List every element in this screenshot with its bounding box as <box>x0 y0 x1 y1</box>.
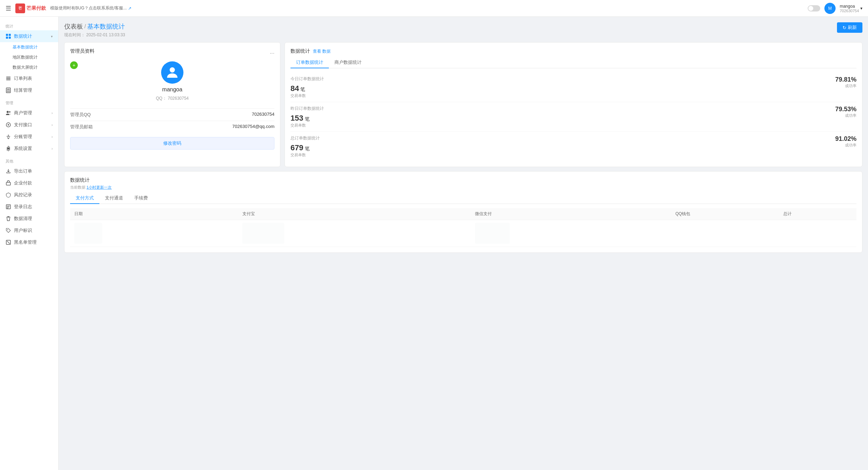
sidebar-item-label-risk-log: 风控记录 <box>14 192 32 198</box>
svg-rect-12 <box>7 91 8 92</box>
topbar-notice: 模版使用时有BUG？点击联系系统/客服... ↗ <box>50 5 803 11</box>
svg-rect-0 <box>6 34 8 36</box>
user-id: 702630754 <box>840 9 859 13</box>
svg-rect-11 <box>9 90 10 91</box>
username: mangoa <box>840 4 859 9</box>
data-tab-payment-channel[interactable]: 支付通道 <box>99 193 129 204</box>
data-table-body <box>70 220 856 247</box>
sidebar-item-label-merchant: 商户管理 <box>14 110 32 116</box>
cleanup-icon <box>6 216 11 221</box>
admin-email-field-label: 管理员邮箱 <box>70 124 93 130</box>
arrow-icon-3: › <box>52 135 53 139</box>
svg-rect-21 <box>7 206 10 206</box>
sidebar-sub-stats: 基本数据统计 地区数据统计 数据大屏统计 <box>0 42 58 73</box>
data-stats-title: 数据统计 <box>70 177 90 183</box>
sidebar-section-other: 其他 <box>0 154 58 165</box>
user-group-icon <box>6 110 11 116</box>
stats-today-unit: 笔 <box>300 86 305 93</box>
edit-password-button[interactable]: 修改密码 <box>70 137 274 150</box>
col-qq-wallet: QQ钱包 <box>671 208 779 220</box>
datetime-value: 2025-02-01 13:03:33 <box>86 32 125 37</box>
sidebar-item-payment-api[interactable]: 支付接口 › <box>0 119 58 131</box>
topbar: ☰ 芒 芒果付款 模版使用时有BUG？点击联系系统/客服... ↗ M mang… <box>0 0 868 17</box>
admin-card-title: 管理员资料 <box>70 48 95 54</box>
datetime-label: 现在时间： <box>64 32 85 37</box>
svg-point-16 <box>9 111 10 113</box>
stats-total-percent-label: 成功率 <box>835 143 856 148</box>
sidebar-sub-item-big-screen[interactable]: 数据大屏统计 <box>13 62 58 73</box>
col-wechat: 微信支付 <box>471 208 671 220</box>
arrow-icon-2: › <box>52 123 53 127</box>
stats-tab-merchant[interactable]: 商户数据统计 <box>329 57 367 68</box>
data-stats-card: 数据统计 当前数据 1小时更新一次 支付方式 支付通道 手续费 日期 支付宝 微… <box>64 171 862 253</box>
admin-qq-value: 702630754 <box>168 96 189 101</box>
table-cell-date-placeholder <box>70 220 238 247</box>
sidebar-item-label-user-tag: 用户标识 <box>14 227 32 234</box>
stats-row-yesterday: 昨日订单数据统计 153 笔 交易单数 79.53% 成功率 <box>290 102 856 132</box>
stats-data-link[interactable]: 查看 数据 <box>313 48 331 54</box>
sidebar-item-data-stats[interactable]: 数据统计 ▾ <box>0 30 58 42</box>
sidebar-item-label-login-log: 登录日志 <box>14 204 32 210</box>
sidebar-item-settlement[interactable]: 结算管理 <box>0 84 58 96</box>
user-avatar: M <box>824 3 836 14</box>
chevron-down-icon: ▾ <box>860 6 862 11</box>
svg-rect-8 <box>7 89 10 90</box>
table-cell-total-placeholder <box>779 220 856 247</box>
data-tab-payment-method[interactable]: 支付方式 <box>70 193 99 204</box>
svg-line-26 <box>7 241 10 244</box>
sidebar-item-order-list[interactable]: 订单列表 <box>0 73 58 84</box>
svg-rect-10 <box>8 90 9 91</box>
refresh-icon: ↻ <box>843 25 846 30</box>
stats-today-sublabel: 交易单数 <box>290 93 324 98</box>
svg-rect-1 <box>9 34 11 36</box>
grid-icon <box>6 33 11 39</box>
breadcrumb-sep: / <box>84 23 86 30</box>
sidebar-item-blacklist[interactable]: 黑名单管理 <box>0 236 58 248</box>
user-info-dropdown[interactable]: mangoa 702630754 ▾ <box>840 4 862 13</box>
arrow-icon: › <box>52 111 53 115</box>
sidebar-sub-item-region-stats[interactable]: 地区数据统计 <box>13 52 58 62</box>
stats-yesterday-sublabel: 交易单数 <box>290 123 324 128</box>
sidebar-item-data-cleanup[interactable]: 数据清理 <box>0 213 58 225</box>
svg-rect-3 <box>9 37 11 39</box>
stats-tab-order[interactable]: 订单数据统计 <box>290 57 329 68</box>
svg-rect-23 <box>7 208 8 209</box>
enterprise-icon <box>6 180 11 186</box>
svg-point-18 <box>8 124 9 126</box>
data-table-header: 日期 支付宝 微信支付 QQ钱包 总计 <box>70 208 856 220</box>
table-cell-alipay-placeholder <box>238 220 471 247</box>
stats-yesterday-percent-label: 成功率 <box>835 113 856 118</box>
update-link[interactable]: 1小时更新一次 <box>86 185 112 189</box>
sidebar-item-label-order-list: 订单列表 <box>14 75 32 82</box>
theme-toggle[interactable] <box>808 5 820 12</box>
svg-rect-19 <box>6 182 10 185</box>
stats-today-percent: 79.81% <box>835 76 856 83</box>
sidebar-item-export-orders[interactable]: 导出订单 <box>0 165 58 177</box>
menu-icon[interactable]: ☰ <box>6 5 11 12</box>
svg-rect-9 <box>7 90 8 91</box>
refresh-button[interactable]: ↻ 刷新 <box>837 22 862 33</box>
dots-menu-icon[interactable]: ··· <box>270 50 274 56</box>
col-date: 日期 <box>70 208 238 220</box>
data-tab-fee[interactable]: 手续费 <box>129 193 153 204</box>
col-alipay: 支付宝 <box>238 208 471 220</box>
admin-qq-display: QQ： 702630754 <box>156 96 189 101</box>
sidebar-item-system-settings[interactable]: 系统设置 › <box>0 143 58 154</box>
list-icon <box>6 76 11 81</box>
admin-add-icon[interactable]: + <box>70 61 78 69</box>
admin-qq-field-label: 管理员QQ <box>70 112 91 118</box>
data-table: 日期 支付宝 微信支付 QQ钱包 总计 <box>70 208 856 247</box>
sidebar-item-label-export-orders: 导出订单 <box>14 168 32 174</box>
blacklist-icon <box>6 240 11 245</box>
admin-info-row-qq: 管理员QQ 702630754 <box>70 108 274 121</box>
sidebar-sub-item-basic-stats[interactable]: 基本数据统计 <box>13 42 58 52</box>
stats-card-header: 数据统计 查看 数据 <box>290 48 856 54</box>
sidebar-item-login-log[interactable]: 登录日志 <box>0 201 58 213</box>
sidebar-item-risk-log[interactable]: 风控记录 <box>0 189 58 201</box>
sidebar-item-enterprise-pay[interactable]: 企业付款 <box>0 177 58 189</box>
sidebar-item-split-manage[interactable]: 分账管理 › <box>0 131 58 143</box>
main-layout: 统计 数据统计 ▾ 基本数据统计 地区数据统计 数据大屏统计 订单列表 结算管理 <box>0 17 868 470</box>
sidebar-item-user-tag[interactable]: 用户标识 <box>0 225 58 236</box>
sidebar-item-merchant[interactable]: 商户管理 › <box>0 107 58 119</box>
table-cell-wechat-placeholder <box>471 220 671 247</box>
